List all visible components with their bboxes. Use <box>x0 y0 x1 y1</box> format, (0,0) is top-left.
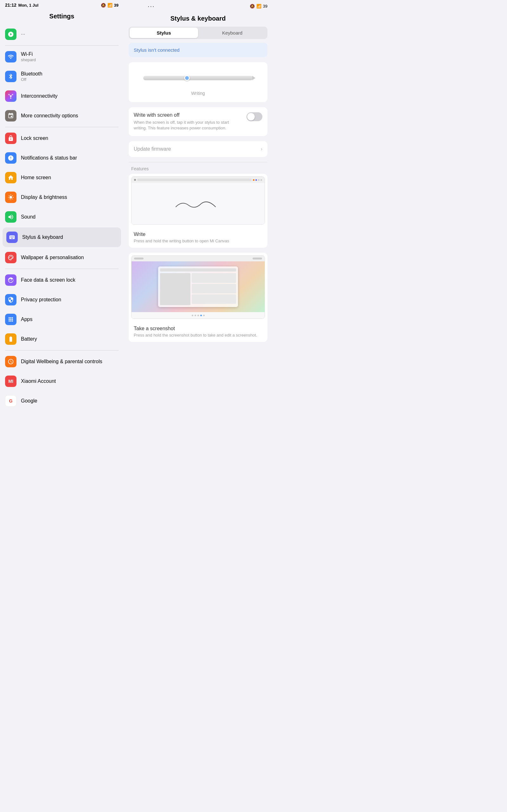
partial-item-text: ··· <box>21 32 118 37</box>
screenshot-feature-card: Take a screenshot Press and hold the scr… <box>129 253 268 342</box>
svg-point-8 <box>10 256 11 257</box>
svg-point-3 <box>10 98 11 99</box>
divider-1 <box>5 45 118 46</box>
pg-dot-2 <box>194 315 196 316</box>
face-data-icon <box>5 274 16 286</box>
apps-text: Apps <box>21 316 118 322</box>
wifi-status-icon: 📶 <box>107 3 112 8</box>
preview-bar-left <box>134 258 144 259</box>
more-options-button[interactable]: ··· <box>148 3 155 10</box>
stylus-keyboard-right-panel: ··· 🔕 📶 39 Stylus & keyboard Stylus Keyb… <box>124 0 273 411</box>
sidebar-item-sound[interactable]: Sound <box>0 207 124 227</box>
wallpaper-text: Wallpaper & personalisation <box>21 255 118 260</box>
face-data-title: Face data & screen lock <box>21 277 118 283</box>
right-wifi-icon: 📶 <box>257 4 262 9</box>
wifi-icon <box>5 51 16 62</box>
write-screen-off-toggle[interactable] <box>246 112 262 121</box>
features-section-label: Features <box>124 166 273 174</box>
more-connectivity-icon <box>5 110 16 121</box>
preview-row1 <box>192 273 236 283</box>
write-card-desc: Press and hold the writing button to ope… <box>134 239 262 243</box>
sidebar-item-lock-screen[interactable]: Lock screen <box>0 129 124 148</box>
interconnectivity-icon <box>5 90 16 102</box>
sidebar-item-google[interactable]: G Google <box>0 391 124 411</box>
wifi-subtitle: shepard <box>21 57 118 62</box>
preview-col1 <box>160 273 190 305</box>
apps-icon <box>5 314 16 325</box>
preview-row3 <box>192 294 236 304</box>
writing-stroke-svg <box>170 196 227 212</box>
stylus-keyboard-icon <box>6 232 18 243</box>
preview-bar-right <box>252 258 262 259</box>
xiaomi-account-text: Xiaomi Account <box>21 378 118 384</box>
update-firmware-row[interactable]: Update firmware › <box>129 141 268 157</box>
preview-window <box>158 266 238 307</box>
battery-icon <box>5 334 16 345</box>
svg-line-4 <box>9 95 10 96</box>
notifications-title: Notifications & status bar <box>21 155 118 161</box>
sidebar-item-bluetooth[interactable]: Bluetooth Off <box>0 67 124 86</box>
stylus-bar <box>143 76 252 80</box>
battery-title: Battery <box>21 336 118 342</box>
right-status-icons: 🔕 📶 39 <box>250 4 268 9</box>
sidebar-item-apps[interactable]: Apps <box>0 310 124 329</box>
pg-dot-1 <box>192 315 193 316</box>
digital-wellbeing-icon <box>5 356 16 367</box>
settings-title: Settings <box>0 10 124 24</box>
divider-4 <box>5 350 118 351</box>
preview-col2 <box>192 273 236 305</box>
sidebar-item-more-connectivity[interactable]: More connectivity options <box>0 106 124 125</box>
digital-wellbeing-text: Digital Wellbeing & parental controls <box>21 359 118 364</box>
write-screen-off-header: Write with screen off When the screen is… <box>134 112 262 131</box>
right-status-bar: ··· 🔕 📶 39 <box>124 0 273 12</box>
svg-point-2 <box>12 94 13 95</box>
sidebar-item-wallpaper[interactable]: Wallpaper & personalisation <box>0 248 124 267</box>
section-divider-features <box>129 162 268 162</box>
write-screen-off-title: Write with screen off <box>134 112 243 118</box>
preview-pagination <box>131 312 265 318</box>
privacy-title: Privacy protection <box>21 297 118 303</box>
screenshot-card-info: Take a screenshot Press and hold the scr… <box>129 321 268 342</box>
stylus-tip <box>252 76 256 80</box>
update-firmware-label: Update firmware <box>134 146 171 152</box>
pg-dot-5 <box>203 315 205 316</box>
silent-icon: 🔕 <box>101 3 106 8</box>
dot-gray1 <box>258 179 260 181</box>
notifications-text: Notifications & status bar <box>21 155 118 161</box>
sidebar-item-digital-wellbeing[interactable]: Digital Wellbeing & parental controls <box>0 352 124 371</box>
sidebar-item-wifi[interactable]: Wi-Fi shepard <box>0 47 124 67</box>
sidebar-item-display[interactable]: Display & brightness <box>0 188 124 207</box>
google-title: Google <box>21 398 118 404</box>
sidebar-item-notifications[interactable]: Notifications & status bar <box>0 148 124 168</box>
sidebar-item-privacy[interactable]: Privacy protection <box>0 290 124 310</box>
wifi-item-text: Wi-Fi shepard <box>21 51 118 62</box>
sound-text: Sound <box>21 214 118 220</box>
notifications-icon <box>5 152 16 164</box>
dot-1 <box>134 179 136 181</box>
bluetooth-icon <box>5 71 16 82</box>
tab-stylus[interactable]: Stylus <box>130 28 198 38</box>
privacy-text: Privacy protection <box>21 297 118 303</box>
settings-left-panel: 21:12 Mon, 1 Jul 🔕 📶 39 Settings ··· Wi-… <box>0 0 124 411</box>
screenshot-preview-container <box>129 255 268 319</box>
sidebar-item-home-screen[interactable]: Home screen <box>0 168 124 188</box>
more-connectivity-text: More connectivity options <box>21 113 118 119</box>
date-display: Mon, 1 Jul <box>18 3 39 8</box>
sidebar-item-partial[interactable]: ··· <box>0 24 124 44</box>
apps-title: Apps <box>21 316 118 322</box>
sidebar-item-battery[interactable]: Battery <box>0 329 124 349</box>
sound-icon <box>5 211 16 223</box>
sidebar-item-face-data[interactable]: Face data & screen lock <box>0 270 124 290</box>
sidebar-item-stylus-keyboard[interactable]: Stylus & keyboard <box>3 227 121 247</box>
sidebar-item-interconnectivity[interactable]: Interconnectivity <box>0 86 124 106</box>
bottom-spacer <box>124 347 273 353</box>
google-icon: G <box>5 395 16 407</box>
sidebar-item-xiaomi-account[interactable]: MI Xiaomi Account <box>0 371 124 391</box>
digital-wellbeing-title: Digital Wellbeing & parental controls <box>21 359 118 364</box>
tab-keyboard[interactable]: Keyboard <box>198 28 267 38</box>
tab-switcher: Stylus Keyboard <box>129 27 268 39</box>
write-screen-off-desc: When the screen is off, tap it with your… <box>134 119 243 131</box>
stylus-image-area: Writing <box>129 62 268 102</box>
battery-text: Battery <box>21 336 118 342</box>
pg-dot-active <box>200 315 202 316</box>
